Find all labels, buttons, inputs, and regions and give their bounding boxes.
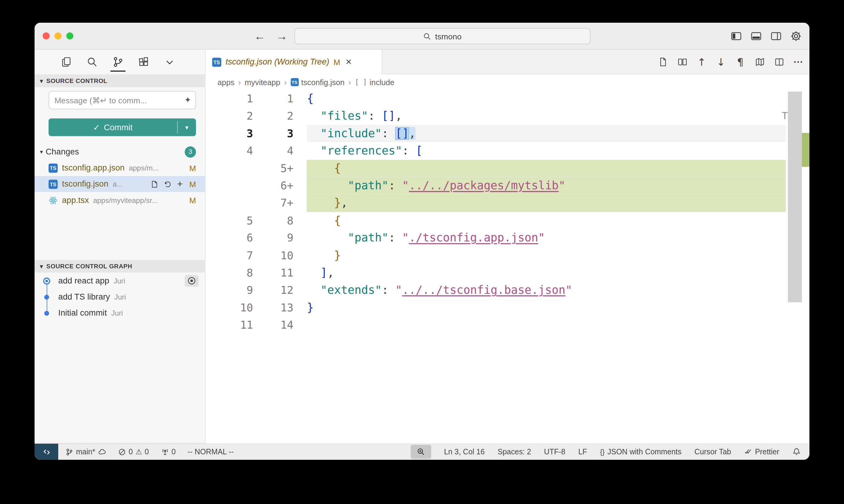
magnifier-plus-icon[interactable]	[411, 445, 431, 458]
split-editor-icon[interactable]	[773, 56, 785, 68]
layout-sidebar-left-icon[interactable]	[730, 30, 742, 42]
map-icon[interactable]	[754, 56, 765, 68]
command-center[interactable]: tsmono	[294, 28, 590, 44]
code-line[interactable]: 6+ "path": "../../packages/mytslib"	[206, 177, 809, 194]
commit-graph: add react appJuriadd TS libraryJuriIniti…	[35, 273, 205, 321]
changes-header[interactable]: ▾ Changes 3	[35, 144, 205, 160]
commit-message-input[interactable]	[49, 91, 196, 109]
up-arrow-icon[interactable]: ↑	[696, 56, 707, 68]
forward-icon[interactable]: →	[276, 30, 288, 43]
layout-panel-icon[interactable]	[750, 30, 762, 42]
titlebar: ← → tsmono	[35, 23, 809, 50]
breadcrumb-item[interactable]: myviteapp	[245, 78, 280, 86]
code-line[interactable]: 5+ {	[206, 160, 809, 177]
code-line[interactable]: 912 "extends": "../../tsconfig.base.json…	[206, 282, 809, 299]
formatter-item[interactable]: ✓✓ Prettier	[744, 447, 779, 456]
cursor-position-item[interactable]: Ln 3, Col 16	[444, 447, 485, 456]
chevron-down-icon: ▾	[40, 148, 43, 155]
section-title: SOURCE CONTROL	[46, 77, 107, 84]
traffic-lights	[43, 32, 73, 39]
commit-button[interactable]: ✓ Commit ▾	[49, 119, 196, 136]
chevron-down-icon: ▾	[40, 263, 43, 270]
vertical-scrollbar[interactable]	[788, 91, 802, 302]
ts-file-icon: TS	[49, 163, 57, 172]
source-control-header[interactable]: ▾ SOURCE CONTROL	[35, 74, 205, 87]
scm-file-row[interactable]: TStsconfig.jsona...+M	[35, 176, 205, 192]
zoom-icon[interactable]	[66, 32, 73, 39]
tab-bar: TS tsconfig.json (Working Tree) M × ↑ ↓ …	[206, 50, 809, 74]
breadcrumb: apps›myviteapp›TStsconfig.json›[ ]includ…	[206, 74, 809, 90]
check-icon: ✓	[93, 122, 100, 132]
sparkle-icon[interactable]: ✦	[184, 95, 191, 105]
code-line[interactable]: 1013}	[206, 299, 809, 316]
commit-row[interactable]: add TS libraryJuri	[35, 289, 205, 305]
vim-mode-indicator[interactable]: -- NORMAL --	[188, 447, 234, 456]
scm-file-row[interactable]: app.tsxapps/myviteapp/sr...M	[35, 192, 205, 208]
branch-status-item[interactable]: main*	[65, 447, 106, 456]
search-icon[interactable]	[86, 56, 98, 68]
encoding-item[interactable]: UTF-8	[544, 447, 565, 456]
close-icon[interactable]: ×	[346, 56, 352, 68]
problems-status-item[interactable]: 0 ⚠ 0	[118, 447, 149, 456]
gear-icon[interactable]	[790, 30, 802, 42]
code-line[interactable]: 11{	[206, 90, 809, 107]
cursor-tab-item[interactable]: Cursor Tab	[694, 447, 731, 456]
error-icon	[118, 448, 126, 456]
compare-icon[interactable]	[677, 56, 688, 68]
open-file-icon[interactable]	[150, 180, 158, 188]
search-icon	[423, 32, 431, 40]
chevron-down-icon[interactable]	[164, 56, 175, 68]
code-line[interactable]: 58 {	[206, 212, 809, 229]
bell-icon[interactable]	[792, 447, 800, 456]
breadcrumb-item[interactable]: apps	[218, 78, 235, 86]
down-arrow-icon[interactable]: ↓	[715, 56, 726, 68]
commit-dropdown-chevron[interactable]: ▾	[178, 119, 196, 136]
eol-item[interactable]: LF	[579, 447, 587, 456]
breadcrumb-item[interactable]: [ ]include	[355, 78, 394, 86]
back-icon[interactable]: ←	[254, 30, 265, 43]
close-icon[interactable]	[43, 32, 50, 39]
code-line[interactable]: 811 ],	[206, 264, 809, 282]
source-control-icon[interactable]	[112, 56, 124, 68]
layout-sidebar-right-icon[interactable]	[770, 30, 782, 42]
source-control-graph-header[interactable]: ▾ SOURCE CONTROL GRAPH	[35, 260, 205, 273]
changes-label: Changes	[46, 147, 79, 157]
commit-dot-icon	[44, 294, 49, 299]
commit-row[interactable]: add react appJuri	[35, 273, 205, 289]
file-status-badge: M	[189, 179, 196, 188]
vscode-window: ← → tsmono	[35, 23, 809, 460]
language-mode-item[interactable]: {} JSON with Comments	[600, 447, 682, 456]
diff-editor[interactable]: 11{22 "files": [],33 "include": [],44 "r…	[206, 90, 809, 443]
sidebar: ▾ SOURCE CONTROL ✦ ✓ Commit ▾ ▾ Changes …	[35, 50, 206, 443]
file-status-badge: M	[189, 196, 196, 205]
target-icon[interactable]	[185, 275, 199, 287]
remote-indicator[interactable]	[35, 444, 58, 460]
code-line[interactable]: 22 "files": [],	[206, 107, 809, 125]
minimize-icon[interactable]	[55, 32, 62, 39]
code-line[interactable]: 69 "path": "./tsconfig.app.json"	[206, 229, 809, 247]
pilcrow-icon[interactable]: ¶	[735, 56, 746, 68]
code-line[interactable]: 1114	[206, 316, 809, 334]
more-actions-icon[interactable]: ···	[793, 56, 804, 68]
modified-badge: M	[333, 57, 340, 66]
overlay-text: T	[781, 110, 788, 122]
tab-tsconfig-working-tree[interactable]: TS tsconfig.json (Working Tree) M ×	[206, 50, 382, 74]
stage-icon[interactable]: +	[177, 179, 183, 189]
code-line[interactable]: 710 }	[206, 247, 809, 264]
chevron-right-icon: ›	[348, 77, 351, 87]
discard-icon[interactable]	[164, 180, 172, 188]
code-line[interactable]: 7+ },	[206, 195, 809, 212]
extensions-icon[interactable]	[138, 56, 150, 68]
code-line[interactable]: 44 "references": [	[206, 142, 809, 159]
commit-row[interactable]: Initial commitJuri	[35, 305, 205, 321]
file-status-badge: M	[189, 163, 196, 172]
scm-file-row[interactable]: TStsconfig.app.jsonapps/m...M	[35, 160, 205, 176]
breadcrumb-item[interactable]: TStsconfig.json	[290, 78, 345, 86]
files-copy-icon[interactable]	[60, 56, 72, 68]
open-file-icon[interactable]	[657, 56, 669, 68]
ports-status-item[interactable]: 0	[161, 447, 175, 456]
code-line[interactable]: 33 "include": [],	[206, 125, 809, 142]
indentation-item[interactable]: Spaces: 2	[498, 447, 531, 456]
changes-list: TStsconfig.app.jsonapps/m...MTStsconfig.…	[35, 160, 205, 209]
commit-button-label: Commit	[104, 122, 133, 132]
